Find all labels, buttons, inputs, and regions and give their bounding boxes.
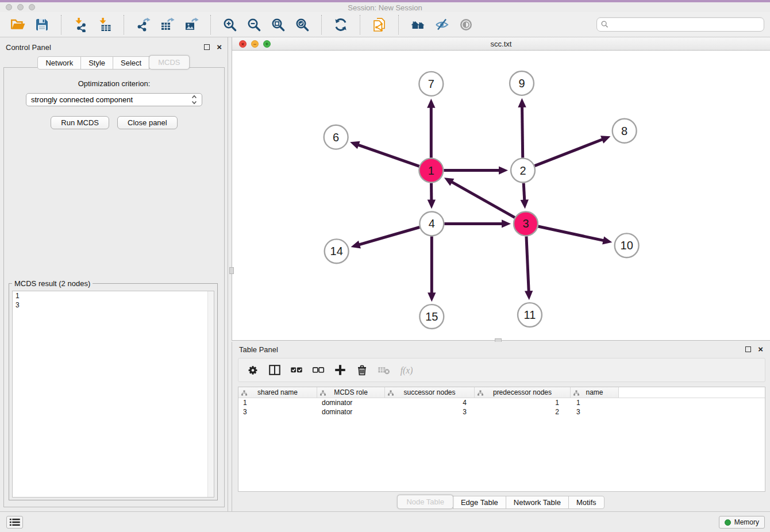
column-header-predecessor-nodes[interactable]: predecessor nodes xyxy=(475,387,571,398)
svg-text:4: 4 xyxy=(429,217,435,230)
graph-edge-4-3[interactable] xyxy=(444,219,511,228)
table-panel: Table Panel × f(x) shared nameMCDS roles… xyxy=(232,342,770,511)
tab-network[interactable]: Network xyxy=(37,56,81,70)
graph-edge-3-1[interactable] xyxy=(444,178,515,217)
table-cell[interactable]: dominator xyxy=(317,398,385,407)
table-cell[interactable]: 4 xyxy=(385,398,475,407)
tab-motifs[interactable]: Motifs xyxy=(568,496,605,509)
settings-gear-button[interactable] xyxy=(245,363,260,377)
panel-splitter-handle[interactable] xyxy=(229,267,234,274)
graph-edge-2-8[interactable] xyxy=(534,136,610,165)
import-network-button[interactable] xyxy=(71,16,90,34)
graph-edge-1-7[interactable] xyxy=(427,99,435,158)
main-toolbar xyxy=(0,12,770,37)
table-cell[interactable]: 1 xyxy=(475,398,571,407)
table-cell[interactable]: 1 xyxy=(238,398,317,407)
graph-edge-3-10[interactable] xyxy=(538,226,612,244)
zoom-fit-icon xyxy=(271,17,286,32)
home-button[interactable] xyxy=(409,16,427,34)
clone-network-button[interactable] xyxy=(370,16,388,34)
select-all-icon xyxy=(290,363,303,377)
column-header-name[interactable]: name xyxy=(571,387,619,398)
table-panel-float-button[interactable] xyxy=(745,346,751,352)
float-icon xyxy=(745,346,751,352)
add-button[interactable] xyxy=(333,363,348,377)
graph-edge-1-4[interactable] xyxy=(428,183,436,209)
graph-node-9[interactable]: 9 xyxy=(510,71,534,95)
graph-node-2[interactable]: 2 xyxy=(511,159,535,183)
graph-node-15[interactable]: 15 xyxy=(419,304,444,329)
optimization-criterion-select[interactable]: strongly connected component xyxy=(26,93,202,106)
graph-edge-4-14[interactable] xyxy=(351,228,420,249)
column-header-MCDS-role[interactable]: MCDS role xyxy=(317,387,385,398)
delete-button[interactable] xyxy=(355,363,369,377)
apply-layout-button[interactable] xyxy=(332,16,350,34)
run-mcds-button[interactable]: Run MCDS xyxy=(51,116,109,129)
hide-graphics-details-button[interactable] xyxy=(433,16,451,34)
table-cell[interactable]: 1 xyxy=(571,398,619,407)
table-cell[interactable]: 3 xyxy=(571,407,619,417)
memory-button[interactable]: Memory xyxy=(719,516,765,529)
graph-node-10[interactable]: 10 xyxy=(615,233,639,257)
apply-layout-icon xyxy=(333,17,348,32)
result-scrollbar[interactable] xyxy=(207,291,214,497)
zoom-selected-button[interactable] xyxy=(293,16,311,34)
zoom-in-button[interactable] xyxy=(221,16,239,34)
open-session-button[interactable] xyxy=(9,16,27,34)
graph-node-14[interactable]: 14 xyxy=(325,239,349,263)
search-input[interactable] xyxy=(609,20,760,29)
graph-edge-1-6[interactable] xyxy=(350,141,419,167)
graph-node-4[interactable]: 4 xyxy=(419,211,444,236)
unselect-all-button[interactable] xyxy=(311,363,326,377)
table-cell[interactable]: 3 xyxy=(238,407,317,417)
save-session-button[interactable] xyxy=(33,16,51,34)
mcds-result-list[interactable]: 13 xyxy=(12,291,214,498)
clone-network-icon xyxy=(372,17,387,32)
column-header-shared-name[interactable]: shared name xyxy=(238,387,317,398)
graph-node-6[interactable]: 6 xyxy=(324,125,348,149)
svg-text:f(x): f(x) xyxy=(401,365,413,376)
column-header-successor-nodes[interactable]: successor nodes xyxy=(385,387,475,398)
tab-select[interactable]: Select xyxy=(113,56,149,70)
result-item[interactable]: 1 xyxy=(13,291,214,300)
graph-edge-1-2[interactable] xyxy=(444,166,508,174)
export-table-button[interactable] xyxy=(158,16,176,34)
zoom-selected-icon xyxy=(295,17,310,32)
zoom-out-button[interactable] xyxy=(245,16,263,34)
table-cell[interactable]: 2 xyxy=(475,407,571,417)
export-network-button[interactable] xyxy=(134,16,152,34)
control-panel-float-button[interactable] xyxy=(204,44,210,50)
graph-node-7[interactable]: 7 xyxy=(419,72,443,96)
table-cell[interactable]: 3 xyxy=(385,407,475,417)
network-canvas[interactable]: 7968124314101511 xyxy=(232,51,770,340)
graph-node-8[interactable]: 8 xyxy=(613,119,637,143)
toolbar-separator xyxy=(210,15,211,34)
graph-node-11[interactable]: 11 xyxy=(518,303,542,327)
select-all-button[interactable] xyxy=(289,363,304,377)
import-table-button[interactable] xyxy=(95,16,114,34)
control-panel-close-button[interactable]: × xyxy=(217,44,222,50)
graph-edge-2-3[interactable] xyxy=(521,183,529,209)
graph-node-3[interactable]: 3 xyxy=(514,211,538,236)
toolbar-separator xyxy=(124,15,124,34)
sort-icon xyxy=(573,390,579,395)
tab-edge-table[interactable]: Edge Table xyxy=(453,496,506,509)
graph-edge-4-15[interactable] xyxy=(428,236,436,302)
show-graphics-details-button[interactable] xyxy=(457,16,475,34)
tab-style[interactable]: Style xyxy=(80,56,113,70)
close-panel-button[interactable]: Close panel xyxy=(117,116,178,129)
graph-edge-2-9[interactable] xyxy=(518,98,526,158)
graph-node-1[interactable]: 1 xyxy=(419,159,443,183)
show-panels-button[interactable] xyxy=(6,516,23,529)
result-item[interactable]: 3 xyxy=(13,300,214,310)
zoom-fit-button[interactable] xyxy=(269,16,287,34)
tab-node-table[interactable]: Node Table xyxy=(397,495,453,509)
table-cell[interactable]: dominator xyxy=(317,407,385,417)
table-panel-close-button[interactable]: × xyxy=(758,346,763,352)
tab-mcds[interactable]: MCDS xyxy=(149,55,189,70)
export-image-button[interactable] xyxy=(182,16,201,34)
tab-network-table[interactable]: Network Table xyxy=(506,496,569,509)
graph-edge-3-11[interactable] xyxy=(525,236,533,300)
svg-text:1: 1 xyxy=(428,164,434,177)
column-layout-button[interactable] xyxy=(267,363,282,377)
